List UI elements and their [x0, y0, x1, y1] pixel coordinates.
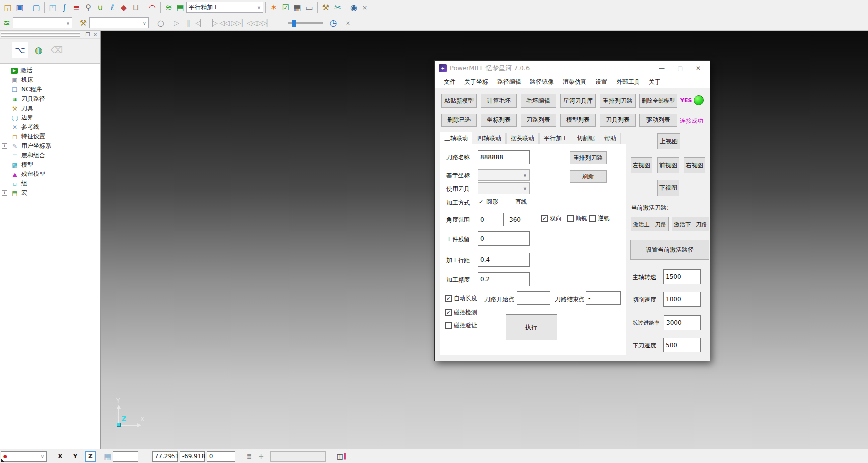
coord-y-field[interactable]: -69.918 — [180, 451, 205, 462]
expand-icon[interactable]: + — [2, 143, 7, 149]
workplane-field[interactable] — [270, 451, 326, 462]
activate-prev-button[interactable]: 激活上一刀路 — [631, 217, 669, 232]
compare-icon[interactable]: ◉ — [348, 1, 360, 13]
curve-editor-icon[interactable]: ℓ — [106, 1, 118, 13]
tool-library-button[interactable]: 星河刀具库 — [560, 94, 596, 108]
locate-icon[interactable]: + — [256, 451, 266, 462]
rearrange-button[interactable]: 重排列刀路 — [570, 151, 607, 164]
tolerance-input[interactable] — [478, 272, 530, 286]
axis-y-button[interactable]: Y — [70, 451, 80, 462]
calculator-icon[interactable]: ▦ — [291, 1, 303, 13]
angle-end-input[interactable] — [507, 213, 534, 226]
tree-tab[interactable]: ⌥ — [12, 42, 28, 58]
tab-4axis[interactable]: 四轴联动 — [473, 133, 506, 144]
coord-x-field[interactable]: 77.2951 — [152, 451, 178, 462]
delete-all-models-button[interactable]: 删除全部模型 — [639, 94, 677, 108]
auto-length-option[interactable]: ✓ 自动长度 — [445, 294, 477, 303]
checkbox[interactable]: ✓ — [445, 295, 452, 302]
start-point-input[interactable] — [517, 291, 550, 305]
tree-item-machine[interactable]: ▣ 机床 — [0, 75, 100, 85]
coord-list-icon[interactable]: ≣ — [244, 451, 254, 462]
menu-about[interactable]: 关于 — [644, 78, 665, 86]
model-list-button[interactable]: 模型列表 — [560, 114, 596, 127]
end-point-input[interactable] — [586, 291, 621, 305]
tab-tilt-head[interactable]: 摆头联动 — [506, 133, 539, 144]
tree-item-levels[interactable]: ≡ 层和组合 — [0, 151, 100, 160]
expand-icon[interactable]: + — [2, 190, 7, 196]
checkbox[interactable]: ✓ — [541, 215, 548, 222]
step-back-button[interactable]: ◁▏ — [194, 17, 206, 29]
stock-input[interactable] — [478, 232, 530, 246]
spindle-speed-input[interactable] — [663, 269, 701, 284]
execute-button[interactable]: 执行 — [506, 314, 557, 340]
collision-avoid-option[interactable]: 碰撞避让 — [445, 321, 477, 330]
measure-icon[interactable]: ▭ — [303, 1, 315, 13]
chevron-down-icon[interactable]: ∨ — [143, 20, 146, 26]
menu-render-sim[interactable]: 渲染仿真 — [558, 78, 591, 86]
speed-slider-handle[interactable] — [292, 20, 296, 27]
close-panel-icon[interactable]: × — [92, 31, 99, 38]
coord-list-button[interactable]: 坐标列表 — [481, 114, 517, 127]
checkbox[interactable]: ✓ — [478, 199, 484, 205]
menu-file[interactable]: 文件 — [439, 78, 460, 86]
calc-block-button[interactable]: 计算毛坯 — [481, 94, 517, 108]
stepover-input[interactable] — [478, 253, 530, 267]
tree-item-nc-program[interactable]: ❏ NC程序 — [0, 85, 100, 94]
tab-parallel[interactable]: 平行加工 — [539, 133, 572, 144]
axis-x-button[interactable]: X — [56, 451, 65, 462]
toolpath-list-button[interactable]: 刀路列表 — [521, 114, 556, 127]
plunge-speed-input[interactable] — [663, 338, 701, 352]
chevron-down-icon[interactable]: ∨ — [257, 5, 261, 10]
checkbox[interactable] — [507, 199, 513, 205]
chevron-down-icon[interactable]: ∨ — [41, 454, 44, 459]
conventional-mill-option[interactable]: 逆铣 — [589, 214, 610, 223]
set-active-path-button[interactable]: 设置当前激活路径 — [630, 240, 709, 260]
open-file-icon[interactable]: ◱ — [2, 1, 14, 13]
use-tool-select[interactable]: ∨ — [478, 182, 530, 194]
grid-icon[interactable]: ▦ — [103, 451, 113, 462]
view-left-button[interactable]: 左视图 — [631, 157, 652, 173]
globe-tab[interactable]: ◍ — [30, 42, 47, 58]
delete-selected-button[interactable]: 删除已选 — [441, 114, 477, 127]
toolpath-combobox[interactable]: ∨ — [13, 17, 72, 28]
checkbox[interactable] — [589, 215, 596, 222]
tool-holder-icon[interactable]: ∪ — [94, 1, 106, 13]
view-bottom-button[interactable]: 下视图 — [657, 180, 679, 196]
climb-mill-option[interactable]: 顺铣 — [567, 214, 587, 223]
coord-z-field[interactable]: 0 — [207, 451, 235, 462]
tab-saw[interactable]: 切割锯 — [573, 133, 599, 144]
tool-combobox[interactable]: ∨ — [89, 17, 149, 28]
rearrange-toolpaths-button[interactable]: 重排列刀路 — [600, 94, 636, 108]
tree-item-toolpath[interactable]: ≋ 刀具路径 — [0, 94, 100, 104]
view-top-button[interactable]: 上视图 — [657, 133, 680, 149]
tool-list-button[interactable]: 刀具列表 — [600, 114, 636, 127]
chevron-down-icon[interactable]: ∨ — [66, 20, 70, 26]
skip-start-button[interactable]: ▏◁◁ — [242, 17, 257, 29]
z-heights-icon[interactable]: ∫ — [58, 1, 70, 13]
simulate-icon[interactable]: ✶ — [268, 1, 280, 13]
view-right-button[interactable]: 右视图 — [684, 157, 705, 173]
close-button[interactable]: ✕ — [690, 61, 707, 76]
save-icon[interactable]: ▣ — [14, 1, 26, 13]
skip-end-button[interactable]: ▷▷▏ — [257, 17, 272, 29]
tab-help[interactable]: 帮助 — [600, 133, 621, 144]
panel-grip[interactable]: ❐ × — [0, 31, 100, 39]
grid-size-input[interactable] — [113, 451, 138, 462]
tab-3axis[interactable]: 三轴联动 — [440, 132, 472, 144]
both-direction-option[interactable]: ✓ 双向 — [541, 214, 562, 223]
toolbar-close-icon[interactable]: × — [343, 17, 353, 29]
cutting-speed-input[interactable] — [663, 292, 701, 307]
menu-path-mirror[interactable]: 路径镜像 — [525, 78, 558, 86]
toolpath-name-input[interactable] — [478, 150, 530, 164]
mode-line-option[interactable]: 直线 — [507, 198, 527, 206]
trim-icon[interactable]: ✂ — [332, 1, 344, 13]
tree-item-boundary[interactable]: ◯ 边界 — [0, 113, 100, 122]
fast-forward-button[interactable]: ▷▷ — [230, 17, 242, 29]
strategy-combobox[interactable]: 平行精加工 ∨ — [186, 2, 263, 13]
mill-tool-icon[interactable]: ⊔ — [130, 1, 142, 13]
checkbox[interactable]: ✓ — [445, 309, 452, 316]
checkbox[interactable] — [445, 322, 452, 329]
menu-about-coords[interactable]: 关于坐标 — [460, 78, 493, 86]
skim-feed-input[interactable] — [664, 315, 701, 330]
tree-item-pattern[interactable]: ✕ 参考线 — [0, 122, 100, 132]
